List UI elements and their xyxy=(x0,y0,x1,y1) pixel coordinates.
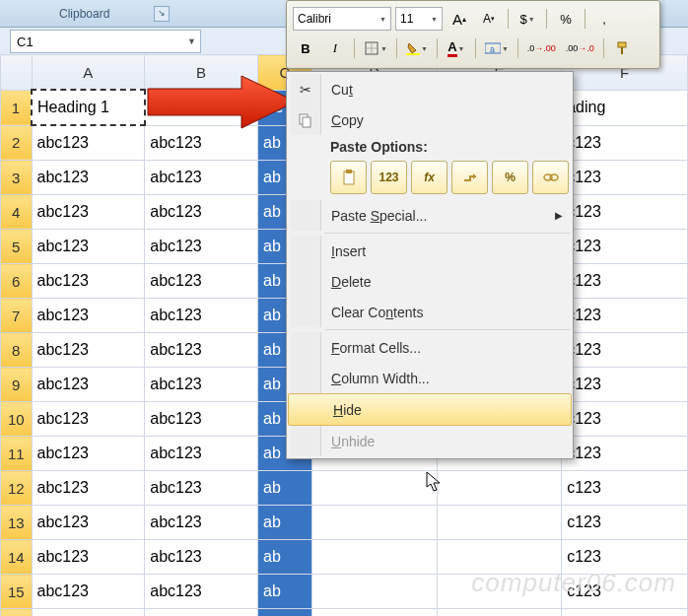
cell-F7[interactable]: c123 xyxy=(562,299,688,333)
cell-B2[interactable]: abc123 xyxy=(145,125,258,161)
cell-D15[interactable] xyxy=(312,575,438,609)
cell-B15[interactable]: abc123 xyxy=(145,575,258,609)
comma-format-button[interactable]: , xyxy=(591,8,617,30)
cell-B11[interactable]: abc123 xyxy=(145,437,258,471)
cell-A3[interactable]: abc123 xyxy=(32,161,145,195)
decrease-decimal-button[interactable]: .00→.0 xyxy=(563,37,597,59)
cell-F9[interactable]: c123 xyxy=(562,368,688,402)
font-name-dropdown[interactable]: Calibri ▼ xyxy=(293,7,391,31)
italic-button[interactable]: I xyxy=(322,37,348,59)
cell-B7[interactable]: abc123 xyxy=(145,299,258,333)
cell-C14[interactable]: ab xyxy=(257,540,311,575)
cell-C15[interactable]: ab xyxy=(257,575,311,609)
cell-B13[interactable]: abc123 xyxy=(145,506,258,540)
paste-opt-formulas[interactable]: fx xyxy=(411,161,447,194)
grow-font-button[interactable]: A▴ xyxy=(447,8,472,30)
menu-unhide[interactable]: Unhide xyxy=(287,426,573,456)
name-box[interactable]: C1 ▼ xyxy=(10,30,201,53)
menu-copy[interactable]: Copy xyxy=(287,104,573,135)
cell-F3[interactable]: c123 xyxy=(562,161,688,195)
row-header-8[interactable]: 8 xyxy=(1,333,33,368)
cell-C16[interactable]: ab xyxy=(257,609,311,617)
cell-A4[interactable]: abc123 xyxy=(32,195,145,230)
cell-D16[interactable] xyxy=(312,609,438,617)
cell-F4[interactable]: c123 xyxy=(562,195,688,230)
row-header-14[interactable]: 14 xyxy=(1,540,33,575)
format-painter-button[interactable] xyxy=(610,37,636,59)
row-header-6[interactable]: 6 xyxy=(1,264,33,299)
paste-opt-default[interactable] xyxy=(330,161,367,194)
cell-B16[interactable]: abc123 xyxy=(145,609,258,617)
cell-B12[interactable]: abc123 xyxy=(145,471,258,506)
paste-opt-transpose[interactable] xyxy=(451,161,488,194)
cell-B1[interactable]: Heading 2 xyxy=(145,90,258,125)
cell-F2[interactable]: c123 xyxy=(562,125,688,161)
cell-D13[interactable] xyxy=(312,506,438,540)
merge-center-button[interactable]: a ▼ xyxy=(482,37,512,59)
cell-A2[interactable]: abc123 xyxy=(32,125,145,161)
cell-F12[interactable]: c123 xyxy=(562,471,688,506)
paste-opt-link[interactable] xyxy=(532,161,569,194)
row-header-1[interactable]: 1 xyxy=(1,90,33,125)
cell-A8[interactable]: abc123 xyxy=(32,333,145,368)
cell-C12[interactable]: ab xyxy=(257,471,311,506)
row-header-2[interactable]: 2 xyxy=(1,125,33,161)
borders-button[interactable]: ▼ xyxy=(361,37,390,59)
name-box-dropdown-icon[interactable]: ▼ xyxy=(187,36,196,46)
row-header-15[interactable]: 15 xyxy=(1,575,33,609)
cell-A5[interactable]: abc123 xyxy=(32,230,145,264)
cell-A15[interactable]: abc123 xyxy=(32,575,145,609)
row-header-5[interactable]: 5 xyxy=(1,230,33,264)
cell-D14[interactable] xyxy=(312,540,438,575)
paste-opt-formatting[interactable]: % xyxy=(492,161,528,194)
row-header-9[interactable]: 9 xyxy=(1,368,33,402)
cell-A9[interactable]: abc123 xyxy=(32,368,145,402)
row-header-4[interactable]: 4 xyxy=(1,195,33,230)
cell-A11[interactable]: abc123 xyxy=(32,437,145,471)
cell-F13[interactable]: c123 xyxy=(562,506,688,540)
cell-A14[interactable]: abc123 xyxy=(32,540,145,575)
cell-D12[interactable] xyxy=(312,471,438,506)
cell-A13[interactable]: abc123 xyxy=(32,506,145,540)
paste-opt-values[interactable]: 123 xyxy=(371,161,407,194)
clipboard-expand-icon[interactable]: ↘ xyxy=(154,6,170,22)
row-header-3[interactable]: 3 xyxy=(1,161,33,195)
cell-B6[interactable]: abc123 xyxy=(145,264,258,299)
cell-F8[interactable]: c123 xyxy=(562,333,688,368)
font-color-button[interactable]: A ▼ xyxy=(444,37,469,59)
row-header-13[interactable]: 13 xyxy=(1,506,33,540)
cell-E15[interactable] xyxy=(437,575,562,609)
cell-E16[interactable] xyxy=(437,609,562,617)
cell-E13[interactable] xyxy=(437,506,562,540)
cell-A1[interactable]: Heading 1 xyxy=(32,90,145,125)
cell-A6[interactable]: abc123 xyxy=(32,264,145,299)
menu-paste-special[interactable]: Paste Special... ▶ xyxy=(287,200,573,231)
menu-column-width[interactable]: Column Width... xyxy=(287,363,573,393)
cell-F15[interactable]: c123 xyxy=(562,575,688,609)
cell-A12[interactable]: abc123 xyxy=(32,471,145,506)
cell-A7[interactable]: abc123 xyxy=(32,299,145,333)
menu-format-cells[interactable]: Format Cells... xyxy=(287,332,573,363)
accounting-format-button[interactable]: $▼ xyxy=(515,8,540,30)
menu-hide[interactable]: Hide xyxy=(288,393,572,426)
cell-C13[interactable]: ab xyxy=(257,506,311,540)
cell-F14[interactable]: c123 xyxy=(562,540,688,575)
cell-B14[interactable]: abc123 xyxy=(145,540,258,575)
cell-B9[interactable]: abc123 xyxy=(145,368,258,402)
cell-F10[interactable]: c123 xyxy=(562,402,688,437)
row-header-7[interactable]: 7 xyxy=(1,299,33,333)
cell-F5[interactable]: c123 xyxy=(562,230,688,264)
row-header-16[interactable]: 16 xyxy=(1,609,33,617)
menu-cut[interactable]: ✂ Cut xyxy=(287,74,573,104)
font-size-dropdown[interactable]: 11 ▼ xyxy=(395,7,443,31)
cell-B10[interactable]: abc123 xyxy=(145,402,258,437)
cell-B3[interactable]: abc123 xyxy=(145,161,258,195)
row-header-11[interactable]: 11 xyxy=(1,437,33,471)
cell-F16[interactable]: c123 xyxy=(562,609,688,617)
menu-delete[interactable]: Delete xyxy=(287,266,573,297)
cell-F1[interactable]: ading xyxy=(562,90,688,125)
select-all-corner[interactable] xyxy=(1,55,33,91)
cell-F6[interactable]: c123 xyxy=(562,264,688,299)
increase-decimal-button[interactable]: .0→.00 xyxy=(524,37,559,59)
cell-B5[interactable]: abc123 xyxy=(145,230,258,264)
